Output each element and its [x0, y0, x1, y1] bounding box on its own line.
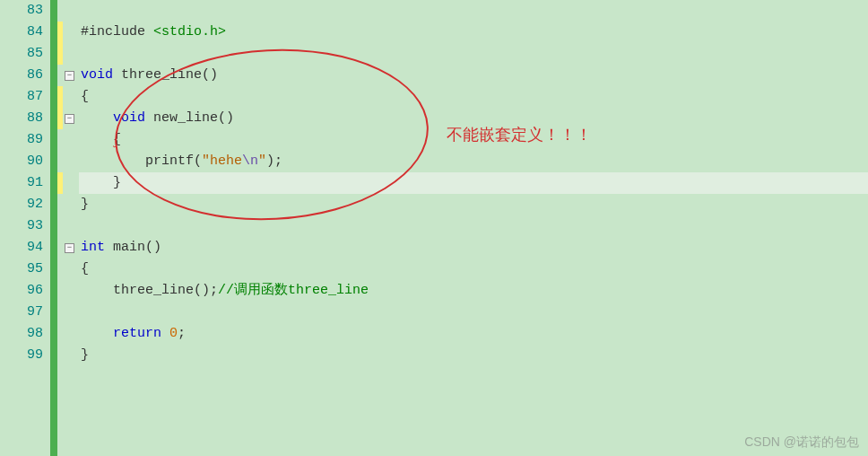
- code-line[interactable]: [79, 215, 868, 237]
- line-number: 86: [0, 65, 43, 86]
- line-number: 84: [0, 22, 43, 43]
- line-number: 94: [0, 237, 43, 259]
- line-number: 88: [0, 108, 43, 129]
- code-line[interactable]: return 0;: [79, 323, 868, 345]
- code-line[interactable]: three_line();//调用函数three_line: [79, 280, 868, 302]
- code-content-area[interactable]: #include <stdio.h> void three_line() { v…: [79, 0, 868, 456]
- line-number: 85: [0, 43, 43, 65]
- code-line[interactable]: {: [79, 86, 868, 108]
- code-line[interactable]: #include <stdio.h>: [79, 22, 868, 43]
- line-number: 97: [0, 302, 43, 323]
- fold-toggle-icon[interactable]: −: [65, 243, 74, 253]
- line-number: 99: [0, 345, 43, 366]
- line-number: 95: [0, 259, 43, 280]
- line-number: 98: [0, 323, 43, 345]
- line-number: 87: [0, 86, 43, 108]
- line-number: 93: [0, 215, 43, 237]
- code-line[interactable]: [79, 43, 868, 65]
- line-number: 90: [0, 151, 43, 172]
- code-line-highlighted[interactable]: }: [79, 172, 868, 194]
- line-number: 83: [0, 0, 43, 22]
- line-number: 96: [0, 280, 43, 302]
- fold-toggle-icon[interactable]: −: [65, 71, 74, 81]
- fold-gutter: − − −: [63, 0, 79, 456]
- fold-toggle-icon[interactable]: −: [65, 114, 74, 124]
- code-line[interactable]: void three_line(): [79, 65, 868, 86]
- code-line[interactable]: printf("hehe\n");: [79, 151, 868, 172]
- code-line[interactable]: [79, 302, 868, 323]
- watermark-text: CSDN @诺诺的包包: [744, 434, 859, 451]
- line-number-gutter: 83 84 85 86 87 88 89 90 91 92 93 94 95 9…: [0, 0, 50, 456]
- code-line[interactable]: int main(): [79, 237, 868, 259]
- code-editor: 83 84 85 86 87 88 89 90 91 92 93 94 95 9…: [0, 0, 868, 456]
- margin-bar: [50, 0, 57, 456]
- code-line[interactable]: }: [79, 345, 868, 366]
- line-number: 89: [0, 129, 43, 151]
- annotation-text: 不能嵌套定义！！！: [447, 124, 592, 145]
- line-number: 91: [0, 172, 43, 194]
- code-line[interactable]: [79, 0, 868, 22]
- line-number: 92: [0, 194, 43, 215]
- code-line[interactable]: {: [79, 259, 868, 280]
- code-line[interactable]: }: [79, 194, 868, 215]
